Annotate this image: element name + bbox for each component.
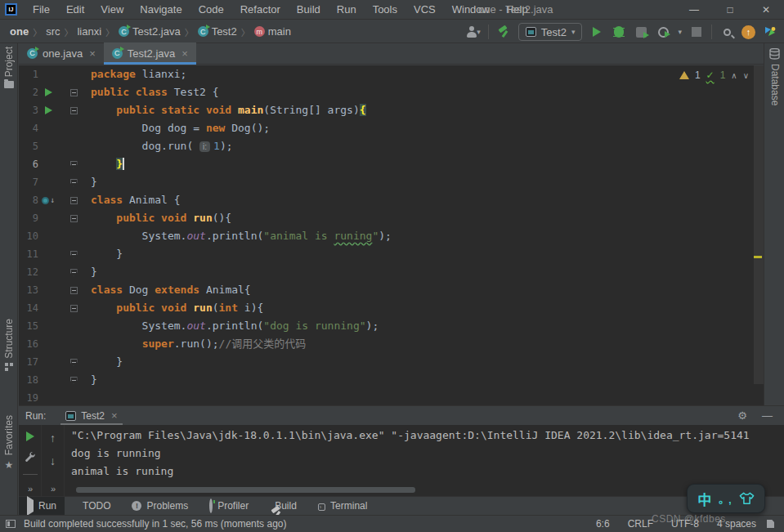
run-tab[interactable]: Test2 × [60,406,122,425]
rerun-icon[interactable] [26,431,34,441]
breadcrumb-item[interactable]: mmain [254,25,291,38]
menu-tools[interactable]: Tools [365,2,405,17]
ime-punctuation-indicator[interactable]: 。, [719,492,731,506]
run-gutter-icon[interactable] [45,88,52,96]
code-line[interactable]: 11 } [19,245,764,263]
run-tab-close-icon[interactable]: × [111,409,118,422]
code-line[interactable]: 9 public void run(){ [19,209,764,227]
console-horizontal-scrollbar[interactable] [76,487,415,493]
fold-marker[interactable] [70,179,78,186]
breadcrumb-item[interactable]: one [10,25,29,38]
sidebar-item-project[interactable]: Project [0,47,18,88]
code-line[interactable]: 15 System.out.println("dog is running"); [19,317,764,335]
sidebar-item-structure[interactable]: Structure [0,319,18,371]
hide-panel-icon[interactable]: — [762,409,773,422]
code-line[interactable]: 5 dog.run( i:1); [19,137,764,155]
menu-run[interactable]: Run [329,2,364,17]
code-line[interactable]: 18 } [19,371,764,389]
fold-marker[interactable] [70,377,78,384]
code-line[interactable]: 3 public static void main(String[] args)… [19,101,764,119]
subclassed-gutter-icon[interactable]: ↓ [42,191,55,209]
editor-scrollbar[interactable] [754,65,764,384]
code-line[interactable]: 12 } [19,263,764,281]
tool-window-button-build[interactable]: Build [262,497,305,516]
run-options-dropdown-icon[interactable]: ▾ [678,28,682,36]
readonly-icon[interactable] [767,520,774,528]
sidebar-item-favorites[interactable]: Favorites ★ [0,415,18,471]
up-stack-trace-icon[interactable]: ↑ [50,431,56,445]
tool-window-toggle-icon[interactable] [6,520,16,528]
fold-marker[interactable] [70,161,78,168]
tab-close-icon[interactable]: × [89,47,96,60]
fold-marker[interactable] [70,359,78,366]
line-separator[interactable]: CRLF [628,518,653,530]
more-actions-icon[interactable]: » [28,484,32,494]
debug-icon[interactable] [612,25,626,39]
run-configuration-select[interactable]: Test2 ▾ [518,23,583,41]
code-line[interactable]: 1 package lianxi; [19,65,764,83]
error-stripe-mark[interactable] [754,256,762,258]
plugin-icon[interactable] [763,25,777,39]
menu-file[interactable]: File [25,2,57,17]
update-icon[interactable]: ↑ [741,25,755,39]
breadcrumb-item[interactable]: CTest2.java [119,25,181,38]
fold-marker[interactable] [70,89,78,96]
more-actions-icon[interactable]: » [51,484,55,494]
run-gutter-icon[interactable] [45,106,52,114]
collaboration-icon[interactable]: ▾ [466,25,481,39]
fold-marker[interactable] [70,269,78,276]
tool-window-button-todo[interactable]: TODO [69,497,119,516]
code-line[interactable]: 13 class Dog extends Animal{ [19,281,764,299]
code-line[interactable]: 6 } [19,155,764,173]
maximize-icon[interactable]: □ [712,0,748,20]
minimize-icon[interactable]: — [676,0,712,20]
fold-marker[interactable] [70,107,78,114]
fold-marker[interactable] [70,215,78,222]
ime-language-indicator[interactable]: 中 [697,489,711,509]
code-line[interactable]: 10 System.out.println("animal is runing"… [19,227,764,245]
code-line[interactable]: 2 public class Test2 { [19,83,764,101]
profiler-icon[interactable] [656,25,670,39]
menu-build[interactable]: Build [289,2,328,17]
down-stack-trace-icon[interactable]: ↓ [50,454,56,467]
inspection-widget[interactable]: 1 ✓ 1 ∧ ∨ [679,69,749,81]
code-line[interactable]: 16 super.run();//调用父类的代码 [19,335,764,353]
tab-Test2.java[interactable]: C Test2.java × [104,42,196,64]
code-line[interactable]: 4 Dog dog = new Dog(); [19,119,764,137]
chevron-up-icon[interactable]: ∧ [731,71,737,80]
console-output[interactable]: "C:\Program Files\Java\jdk-18.0.1.1\bin\… [65,425,784,497]
tab-close-icon[interactable]: × [181,47,188,60]
menu-edit[interactable]: Edit [59,2,92,17]
code-line[interactable]: 14 public void run(int i){ [19,299,764,317]
tool-window-button-problems[interactable]: ! Problems [123,497,196,516]
code-line[interactable]: 8 ↓ class Animal { [19,191,764,209]
code-line[interactable]: 7 } [19,173,764,191]
tool-window-button-run[interactable]: Run [19,497,65,516]
close-icon[interactable]: ✕ [748,0,784,20]
chevron-down-icon[interactable]: ∨ [743,71,749,80]
menu-code[interactable]: Code [191,2,231,17]
tool-window-button-terminal[interactable]: ›_ Terminal [310,497,376,516]
menu-view[interactable]: View [93,2,131,17]
gear-icon[interactable]: ⚙ [737,409,747,422]
menu-refactor[interactable]: Refactor [233,2,288,17]
menu-navigate[interactable]: Navigate [132,2,189,17]
fold-marker[interactable] [70,251,78,258]
sidebar-item-database[interactable]: Database [764,48,784,105]
fold-marker[interactable] [70,287,78,294]
menu-vcs[interactable]: VCS [406,2,443,17]
code-editor[interactable]: 1 package lianxi; 2 public class Test2 {… [19,65,764,405]
caret-position[interactable]: 6:6 [596,518,610,530]
fold-marker[interactable] [70,197,78,204]
code-line[interactable]: 19 [19,389,764,407]
build-hammer-icon[interactable] [496,25,511,39]
breadcrumb-item[interactable]: CTest2 [198,25,237,38]
status-message[interactable]: Build completed successfully in 1 sec, 5… [24,518,286,530]
breadcrumb-item[interactable]: src [46,25,60,38]
search-icon[interactable] [719,25,734,39]
settings-wrench-icon[interactable] [25,451,35,464]
coverage-icon[interactable] [634,25,648,39]
code-line[interactable]: 17 } [19,353,764,371]
breadcrumb-item[interactable]: lianxi [77,25,101,38]
tab-one.java[interactable]: C one.java × [19,42,104,64]
